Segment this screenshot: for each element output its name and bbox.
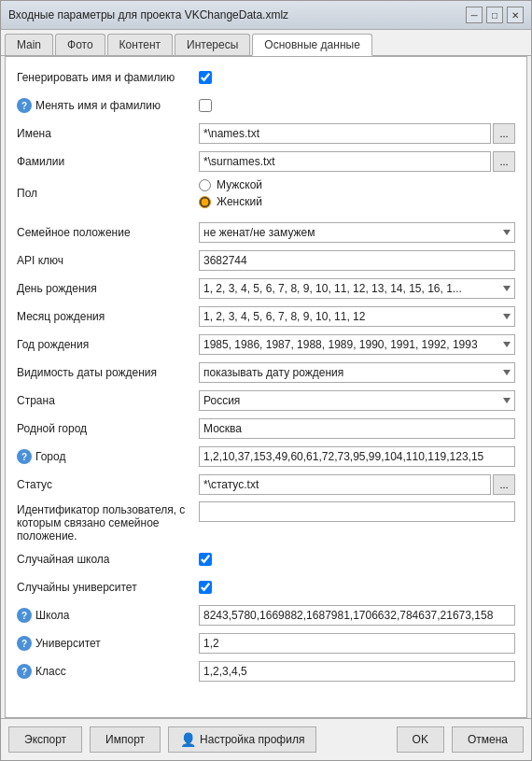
school-control — [199, 605, 515, 626]
window-title: Входные параметры для проекта VKChangeDa… — [8, 8, 288, 21]
tab-basic-data[interactable]: Основные данные — [252, 34, 372, 56]
school-row: ? Школа — [17, 604, 515, 627]
family-status-control: не женат/не замужем — [199, 222, 515, 243]
gender-female-radio[interactable] — [199, 196, 211, 208]
country-select[interactable]: Россия — [199, 390, 515, 411]
generate-name-control — [199, 71, 515, 84]
minimize-button[interactable]: ─ — [466, 7, 483, 23]
school-label: ? Школа — [17, 608, 199, 623]
status-browse-button[interactable]: ... — [493, 474, 515, 495]
class-input[interactable] — [199, 661, 515, 682]
random-school-row: Случайная школа — [17, 548, 515, 571]
birth-day-label: День рождения — [17, 282, 199, 295]
university-label: ? Университет — [17, 636, 199, 651]
names-label: Имена — [17, 127, 199, 140]
birth-visibility-label: Видимость даты рождения — [17, 366, 199, 379]
generate-name-checkbox[interactable] — [199, 71, 212, 84]
hometown-row: Родной город — [17, 417, 515, 440]
form-content: Генерировать имя и фамилию ? Менять имя … — [5, 56, 527, 718]
city-control — [199, 446, 515, 467]
status-input[interactable] — [199, 474, 491, 495]
gender-control: Мужской Женский — [199, 178, 515, 208]
birth-day-control: 1, 2, 3, 4, 5, 6, 7, 8, 9, 10, 11, 12, 1… — [199, 278, 515, 299]
city-label: ? Город — [17, 449, 199, 464]
tab-main[interactable]: Main — [5, 34, 53, 55]
birth-day-select[interactable]: 1, 2, 3, 4, 5, 6, 7, 8, 9, 10, 11, 12, 1… — [199, 278, 515, 299]
hometown-input[interactable] — [199, 418, 515, 439]
relation-id-control — [199, 501, 515, 522]
names-control: ... — [199, 123, 515, 144]
surnames-browse-button[interactable]: ... — [493, 151, 515, 172]
export-button[interactable]: Экспорт — [8, 726, 82, 753]
gender-female-option[interactable]: Женский — [199, 195, 515, 208]
university-input[interactable] — [199, 633, 515, 654]
names-browse-button[interactable]: ... — [493, 123, 515, 144]
tab-interests[interactable]: Интересы — [175, 34, 250, 55]
city-help-icon[interactable]: ? — [17, 449, 32, 464]
main-window: Входные параметры для проекта VKChangeDa… — [0, 0, 532, 761]
class-control — [199, 661, 515, 682]
profile-setup-button[interactable]: 👤 Настройка профиля — [168, 726, 316, 753]
status-row: Статус ... — [17, 473, 515, 496]
status-label: Статус — [17, 478, 199, 491]
country-control: Россия — [199, 390, 515, 411]
names-input[interactable] — [199, 123, 491, 144]
class-row: ? Класс — [17, 660, 515, 683]
change-name-label: ? Менять имя и фамилию — [17, 98, 199, 113]
tab-photo[interactable]: Фото — [55, 34, 105, 55]
change-name-help-icon[interactable]: ? — [17, 98, 32, 113]
gender-male-radio[interactable] — [199, 179, 211, 191]
birth-month-label: Месяц рождения — [17, 310, 199, 323]
relation-id-input[interactable] — [199, 501, 515, 522]
school-input[interactable] — [199, 605, 515, 626]
api-key-input[interactable] — [199, 250, 515, 271]
birth-visibility-control: показывать дату рождения — [199, 362, 515, 383]
university-help-icon[interactable]: ? — [17, 636, 32, 651]
country-label: Страна — [17, 394, 199, 407]
random-school-control — [199, 553, 515, 566]
birth-year-control: 1985, 1986, 1987, 1988, 1989, 1990, 1991… — [199, 334, 515, 355]
close-button[interactable]: ✕ — [507, 7, 524, 23]
cancel-button[interactable]: Отмена — [452, 726, 524, 753]
surnames-input[interactable] — [199, 151, 491, 172]
names-row: Имена ... — [17, 122, 515, 145]
school-help-icon[interactable]: ? — [17, 608, 32, 623]
relation-id-label: Идентификатор пользователя, с которым св… — [17, 501, 199, 543]
random-school-label: Случайная школа — [17, 553, 199, 566]
random-uni-checkbox[interactable] — [199, 581, 212, 594]
change-name-control — [199, 99, 515, 112]
random-uni-label: Случайны университет — [17, 581, 199, 594]
gender-label: Пол — [17, 187, 199, 200]
footer: Экспорт Импорт 👤 Настройка профиля OK От… — [1, 718, 531, 760]
birth-month-row: Месяц рождения 1, 2, 3, 4, 5, 6, 7, 8, 9… — [17, 305, 515, 328]
random-uni-control — [199, 581, 515, 594]
birth-visibility-select[interactable]: показывать дату рождения — [199, 362, 515, 383]
city-input[interactable] — [199, 446, 515, 467]
birth-day-row: День рождения 1, 2, 3, 4, 5, 6, 7, 8, 9,… — [17, 277, 515, 300]
tab-content[interactable]: Контент — [107, 34, 173, 55]
family-status-select[interactable]: не женат/не замужем — [199, 222, 515, 243]
change-name-checkbox[interactable] — [199, 99, 212, 112]
generate-name-row: Генерировать имя и фамилию — [17, 66, 515, 89]
maximize-button[interactable]: □ — [486, 7, 503, 23]
status-control: ... — [199, 474, 515, 495]
birth-month-select[interactable]: 1, 2, 3, 4, 5, 6, 7, 8, 9, 10, 11, 12 — [199, 306, 515, 327]
city-row: ? Город — [17, 445, 515, 468]
country-row: Страна Россия — [17, 389, 515, 412]
title-bar: Входные параметры для проекта VKChangeDa… — [1, 1, 531, 30]
api-key-label: API ключ — [17, 254, 199, 267]
surnames-row: Фамилии ... — [17, 150, 515, 173]
birth-year-label: Год рождения — [17, 338, 199, 351]
generate-name-label: Генерировать имя и фамилию — [17, 71, 199, 84]
import-button[interactable]: Импорт — [90, 726, 161, 753]
class-help-icon[interactable]: ? — [17, 664, 32, 679]
gender-male-option[interactable]: Мужской — [199, 178, 515, 191]
random-uni-row: Случайны университет — [17, 576, 515, 599]
birth-visibility-row: Видимость даты рождения показывать дату … — [17, 361, 515, 384]
hometown-control — [199, 418, 515, 439]
random-school-checkbox[interactable] — [199, 553, 212, 566]
ok-button[interactable]: OK — [397, 726, 444, 753]
gender-radio-group: Мужской Женский — [199, 178, 515, 208]
university-row: ? Университет — [17, 632, 515, 655]
birth-year-select[interactable]: 1985, 1986, 1987, 1988, 1989, 1990, 1991… — [199, 334, 515, 355]
